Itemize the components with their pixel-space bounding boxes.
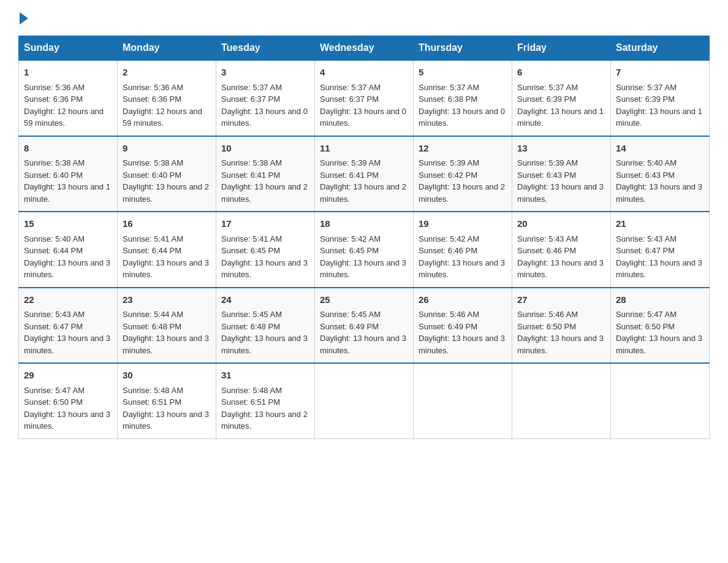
day-number: 10: [221, 142, 309, 156]
sunrise-line: Sunrise: 5:39 AM: [320, 158, 381, 167]
sunrise-line: Sunrise: 5:38 AM: [24, 158, 85, 167]
day-cell: 24Sunrise: 5:45 AMSunset: 6:48 PMDayligh…: [216, 288, 315, 364]
sunset-line: Sunset: 6:47 PM: [24, 322, 83, 331]
day-cell: 25Sunrise: 5:45 AMSunset: 6:49 PMDayligh…: [315, 288, 414, 364]
day-number: 29: [24, 369, 112, 383]
sunrise-line: Sunrise: 5:45 AM: [320, 310, 381, 319]
header-cell-saturday: Saturday: [611, 36, 710, 61]
day-cell: 14Sunrise: 5:40 AMSunset: 6:43 PMDayligh…: [611, 136, 710, 212]
day-number: 28: [616, 293, 704, 307]
day-number: 26: [419, 293, 507, 307]
day-number: 4: [320, 66, 408, 80]
sunset-line: Sunset: 6:38 PM: [419, 94, 477, 104]
sunset-line: Sunset: 6:50 PM: [616, 322, 675, 331]
sunset-line: Sunset: 6:41 PM: [320, 170, 379, 180]
day-cell: [611, 363, 710, 439]
day-number: 20: [517, 217, 605, 231]
sunset-line: Sunset: 6:42 PM: [419, 170, 477, 180]
sunrise-line: Sunrise: 5:36 AM: [123, 83, 183, 92]
day-cell: 6Sunrise: 5:37 AMSunset: 6:39 PMDaylight…: [512, 60, 611, 136]
daylight-line: Daylight: 13 hours and 2 minutes.: [123, 182, 209, 204]
sunrise-line: Sunrise: 5:48 AM: [221, 386, 282, 395]
day-cell: 15Sunrise: 5:40 AMSunset: 6:44 PMDayligh…: [19, 212, 118, 288]
day-number: 17: [221, 217, 309, 231]
day-cell: 31Sunrise: 5:48 AMSunset: 6:51 PMDayligh…: [216, 363, 315, 439]
daylight-line: Daylight: 12 hours and 59 minutes.: [123, 107, 202, 128]
header-cell-monday: Monday: [118, 36, 216, 61]
sunset-line: Sunset: 6:50 PM: [24, 397, 83, 407]
day-cell: 11Sunrise: 5:39 AMSunset: 6:41 PMDayligh…: [315, 136, 414, 212]
daylight-line: Daylight: 13 hours and 3 minutes.: [320, 334, 406, 355]
sunset-line: Sunset: 6:44 PM: [24, 246, 83, 255]
day-number: 31: [221, 369, 309, 383]
sunrise-line: Sunrise: 5:45 AM: [221, 310, 282, 319]
week-row-1: 1Sunrise: 5:36 AMSunset: 6:36 PMDaylight…: [19, 60, 710, 136]
daylight-line: Daylight: 13 hours and 3 minutes.: [419, 334, 505, 355]
day-number: 5: [419, 66, 507, 80]
sunset-line: Sunset: 6:37 PM: [320, 94, 379, 104]
sunset-line: Sunset: 6:49 PM: [320, 322, 379, 331]
day-number: 24: [221, 293, 309, 307]
daylight-line: Daylight: 13 hours and 2 minutes.: [221, 182, 308, 204]
sunset-line: Sunset: 6:50 PM: [517, 322, 576, 331]
sunrise-line: Sunrise: 5:37 AM: [517, 83, 578, 92]
calendar-table: SundayMondayTuesdayWednesdayThursdayFrid…: [18, 36, 710, 439]
day-number: 15: [24, 217, 112, 231]
day-number: 2: [123, 66, 211, 80]
day-cell: 10Sunrise: 5:38 AMSunset: 6:41 PMDayligh…: [216, 136, 315, 212]
daylight-line: Daylight: 13 hours and 1 minute.: [616, 107, 702, 128]
day-cell: [512, 363, 611, 439]
day-number: 12: [419, 142, 507, 156]
sunrise-line: Sunrise: 5:39 AM: [517, 158, 578, 167]
sunset-line: Sunset: 6:51 PM: [221, 397, 280, 407]
day-cell: 8Sunrise: 5:38 AMSunset: 6:40 PMDaylight…: [19, 136, 118, 212]
daylight-line: Daylight: 13 hours and 3 minutes.: [24, 334, 110, 355]
day-cell: 1Sunrise: 5:36 AMSunset: 6:36 PMDaylight…: [19, 60, 118, 136]
sunset-line: Sunset: 6:37 PM: [221, 94, 280, 104]
sunset-line: Sunset: 6:47 PM: [616, 246, 675, 255]
daylight-line: Daylight: 13 hours and 3 minutes.: [24, 410, 110, 431]
calendar-body: 1Sunrise: 5:36 AMSunset: 6:36 PMDaylight…: [19, 60, 710, 439]
day-number: 6: [517, 66, 605, 80]
sunset-line: Sunset: 6:51 PM: [123, 397, 181, 407]
sunrise-line: Sunrise: 5:46 AM: [517, 310, 578, 319]
day-cell: 26Sunrise: 5:46 AMSunset: 6:49 PMDayligh…: [414, 288, 512, 364]
daylight-line: Daylight: 13 hours and 2 minutes.: [419, 182, 505, 204]
sunrise-line: Sunrise: 5:37 AM: [320, 83, 381, 92]
day-cell: 9Sunrise: 5:38 AMSunset: 6:40 PMDaylight…: [118, 136, 216, 212]
daylight-line: Daylight: 13 hours and 3 minutes.: [221, 258, 308, 280]
sunset-line: Sunset: 6:49 PM: [419, 322, 477, 331]
daylight-line: Daylight: 13 hours and 3 minutes.: [123, 410, 209, 431]
sunrise-line: Sunrise: 5:38 AM: [123, 158, 183, 167]
sunrise-line: Sunrise: 5:44 AM: [123, 310, 183, 319]
daylight-line: Daylight: 13 hours and 3 minutes.: [24, 258, 110, 280]
day-number: 7: [616, 66, 704, 80]
daylight-line: Daylight: 13 hours and 3 minutes.: [517, 182, 604, 204]
day-cell: 30Sunrise: 5:48 AMSunset: 6:51 PMDayligh…: [118, 363, 216, 439]
day-number: 18: [320, 217, 408, 231]
week-row-2: 8Sunrise: 5:38 AMSunset: 6:40 PMDaylight…: [19, 136, 710, 212]
daylight-line: Daylight: 13 hours and 2 minutes.: [320, 182, 406, 204]
day-number: 30: [123, 369, 211, 383]
day-cell: 19Sunrise: 5:42 AMSunset: 6:46 PMDayligh…: [414, 212, 512, 288]
logo-text: [18, 12, 29, 25]
sunset-line: Sunset: 6:44 PM: [123, 246, 181, 255]
sunset-line: Sunset: 6:40 PM: [24, 170, 83, 180]
sunset-line: Sunset: 6:48 PM: [221, 322, 280, 331]
header-row: SundayMondayTuesdayWednesdayThursdayFrid…: [19, 36, 710, 61]
day-number: 19: [419, 217, 507, 231]
day-cell: 4Sunrise: 5:37 AMSunset: 6:37 PMDaylight…: [315, 60, 414, 136]
sunset-line: Sunset: 6:43 PM: [616, 170, 675, 180]
sunrise-line: Sunrise: 5:42 AM: [320, 234, 381, 243]
day-number: 11: [320, 142, 408, 156]
week-row-4: 22Sunrise: 5:43 AMSunset: 6:47 PMDayligh…: [19, 288, 710, 364]
day-cell: [315, 363, 414, 439]
header-cell-wednesday: Wednesday: [315, 36, 414, 61]
daylight-line: Daylight: 13 hours and 3 minutes.: [517, 258, 604, 280]
sunrise-line: Sunrise: 5:47 AM: [24, 386, 85, 395]
sunrise-line: Sunrise: 5:40 AM: [616, 158, 677, 167]
day-number: 8: [24, 142, 112, 156]
daylight-line: Daylight: 13 hours and 3 minutes.: [616, 334, 702, 355]
sunset-line: Sunset: 6:46 PM: [517, 246, 576, 255]
daylight-line: Daylight: 13 hours and 2 minutes.: [221, 410, 308, 431]
